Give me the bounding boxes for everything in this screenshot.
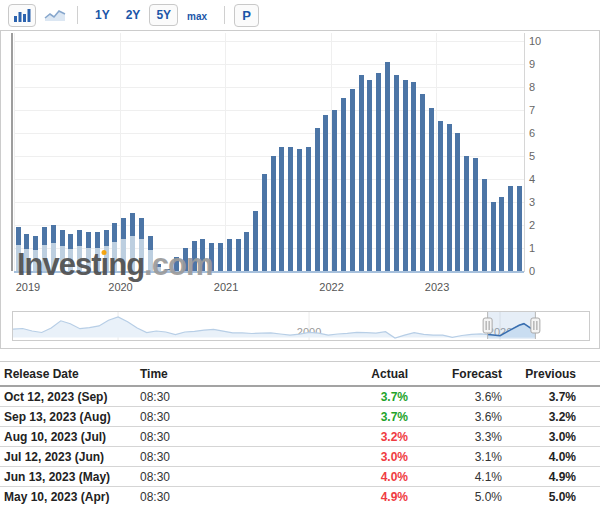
time-cell: 08:30 [140,467,270,487]
bar [473,158,478,271]
forecast-cell: 3.6% [408,386,502,407]
releases-table: Release Date Time Actual Forecast Previo… [0,361,600,505]
bar [218,243,223,271]
bar [350,89,355,271]
release-date-cell: Oct 12, 2023 (Sep) [0,386,140,407]
chart-toolbar: 1Y 2Y 5Y max P [0,0,600,30]
previous-cell: 5.0% [502,487,600,505]
release-date-cell: Jun 13, 2023 (May) [0,467,140,487]
bar [332,110,337,271]
line-chart-type-button[interactable] [42,4,68,27]
actual-cell: 4.9% [270,487,408,505]
bar-chart-icon [13,8,31,22]
bar [262,174,267,271]
bar [236,239,241,271]
bar [297,149,302,271]
bar [385,62,390,271]
bar [517,186,522,271]
table-row: Aug 10, 2023 (Jul)08:303.2%3.3%3.0% [0,427,600,447]
watermark-orange-dot [102,250,107,255]
bar [464,156,469,271]
table-header-row: Release Date Time Actual Forecast Previo… [0,362,600,387]
bar-chart-plot-area[interactable] [14,33,524,271]
forecast-cell: 3.3% [408,427,502,447]
nav-right-handle[interactable] [531,318,540,333]
bar [244,232,249,271]
bar [253,211,258,271]
toolbar-divider [77,6,78,24]
y-axis-tick-label: 10 [529,35,541,47]
investing-watermark: Investıng.com [17,247,212,283]
v-gridline [225,33,226,271]
y-axis-tick-label: 5 [529,150,535,162]
bar [306,147,311,271]
range-5y-button[interactable]: 5Y [149,4,178,26]
release-date-cell: Aug 10, 2023 (Jul) [0,427,140,447]
actual-cell: 4.0% [270,467,408,487]
plot-left-edge-line [11,33,13,271]
bar [411,82,416,271]
table-row: Sep 13, 2023 (Aug)08:303.7%3.6%3.2% [0,407,600,427]
nav-left-handle[interactable] [483,318,492,333]
table-row: Jul 12, 2023 (Jun)08:303.0%3.1%4.0% [0,447,600,467]
y-axis-tick-label: 2 [529,219,535,231]
forecast-cell: 4.1% [408,467,502,487]
h-gridline [14,110,524,111]
bar [455,133,460,271]
time-cell: 08:30 [140,386,270,407]
h-gridline [14,87,524,88]
time-cell: 08:30 [140,447,270,467]
bar [420,94,425,271]
time-cell: 08:30 [140,407,270,427]
header-actual: Actual [270,362,408,387]
bar [499,197,504,271]
bar [429,108,434,271]
bar [438,121,443,271]
line-chart-icon [44,8,66,23]
header-previous: Previous [502,362,600,387]
investing-economic-event-widget: 1Y 2Y 5Y max P 012345678910 201920202021… [0,0,600,505]
bar-chart-type-button[interactable] [8,4,36,27]
toolbar-divider [224,6,225,24]
table-row: Oct 12, 2023 (Sep)08:303.7%3.6%3.7% [0,386,600,407]
actual-cell: 3.7% [270,407,408,427]
y-axis-tick-label: 3 [529,196,535,208]
previous-cell: 4.0% [502,447,600,467]
bar [288,147,293,271]
forecast-cell: 3.6% [408,407,502,427]
range-1y-button[interactable]: 1Y [88,4,117,26]
release-date-cell: Sep 13, 2023 (Aug) [0,407,140,427]
bar [271,156,276,271]
bar [491,202,496,271]
range-max-button[interactable]: max [180,5,214,26]
x-axis-tick-label: 2023 [417,281,457,293]
time-cell: 08:30 [140,487,270,505]
bar [279,147,284,271]
h-gridline [14,64,524,65]
previous-cell: 3.7% [502,386,600,407]
table-row: May 10, 2023 (Apr)08:304.9%5.0%5.0% [0,487,600,505]
previous-cell: 3.2% [502,407,600,427]
y-axis-tick-label: 9 [529,58,535,70]
range-navigator[interactable]: 198020002020 [12,311,590,341]
bar [359,75,364,271]
bar [447,124,452,271]
range-2y-button[interactable]: 2Y [119,4,148,26]
forecast-cell: 5.0% [408,487,502,505]
chart-container: 012345678910 20192020202120222023 Invest… [0,30,600,349]
y-axis-tick-label: 4 [529,173,535,185]
table-row: Jun 13, 2023 (May)08:304.0%4.1%4.9% [0,467,600,487]
release-date-cell: Jul 12, 2023 (Jun) [0,447,140,467]
header-forecast: Forecast [408,362,502,387]
header-release-date: Release Date [0,362,140,387]
y-axis-tick-label: 0 [529,265,535,277]
bar [508,186,513,271]
bar [323,115,328,271]
bar [367,80,372,271]
actual-cell: 3.7% [270,386,408,407]
header-time: Time [140,362,270,387]
print-button[interactable]: P [234,4,259,27]
bar [403,80,408,271]
y-axis-tick-label: 7 [529,104,535,116]
y-axis-line [524,33,525,272]
